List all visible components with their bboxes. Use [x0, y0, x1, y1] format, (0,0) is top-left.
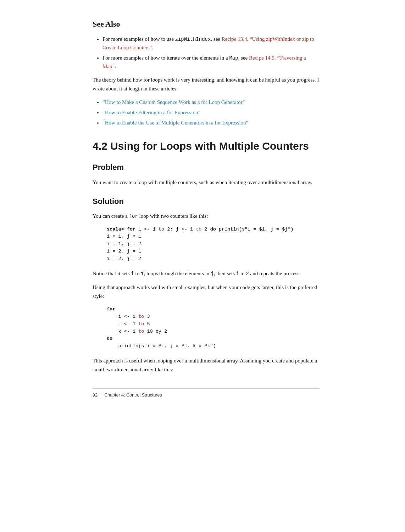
code-block-2: for i <- 1 to 3 j <- 1 to 5 k <- 1 to 10…: [107, 306, 320, 350]
inline-code-map: Map: [229, 55, 238, 61]
theory-paragraph: The theory behind how for loops work is …: [93, 76, 320, 93]
array-text-paragraph: This approach is useful when looping ove…: [93, 356, 320, 374]
solution-intro: You can create a for loop with two count…: [93, 212, 320, 221]
article-link-1[interactable]: “How to Make a Custom Sequence Work as a…: [102, 99, 245, 105]
inline-code-j: j: [211, 271, 213, 277]
inline-code-1-1: 1: [141, 271, 144, 277]
inline-code-zipwithindex: zipWithIndex: [175, 37, 211, 42]
footer-page-number: 92: [93, 392, 98, 399]
problem-text: You want to create a loop with multiple …: [93, 178, 320, 187]
scala-prompt: scala>: [107, 227, 124, 232]
problem-heading: Problem: [93, 161, 320, 173]
article-link-3[interactable]: “How to Enable the Use of Multiple Gener…: [102, 120, 248, 126]
bullet-text-1-prefix: For more examples of how to use zipWithI…: [102, 36, 222, 42]
chapter-number: 4.2: [93, 140, 107, 152]
bullet-text-1-suffix: .: [152, 45, 153, 50]
footer-chapter-label: Chapter 4: Control Structures: [104, 392, 162, 399]
chapter-heading: 4.2 Using for Loops with Multiple Counte…: [93, 140, 320, 153]
bullet-text-2-suffix: .: [115, 63, 116, 69]
code-do-kw-2: do: [107, 336, 112, 341]
inline-code-i-1: i: [131, 271, 134, 277]
code-do-kw: do: [210, 227, 216, 232]
article-links-list: “How to Make a Custom Sequence Work as a…: [102, 98, 320, 127]
bullet-text-2-prefix: For more examples of how to iterate over…: [102, 55, 249, 61]
inline-code-for-1: for: [129, 214, 138, 219]
inline-code-i-2: i: [236, 271, 239, 277]
code-to-1: to: [159, 227, 164, 232]
code-for-kw: for: [127, 227, 135, 232]
see-also-list: For more examples of how to use zipWithI…: [102, 35, 320, 71]
footer: 92 | Chapter 4: Control Structures: [93, 388, 320, 399]
code-block-1: scala> for i <- 1 to 2; j <- 1 to 2 do p…: [107, 226, 320, 263]
see-also-heading: See Also: [93, 18, 320, 30]
list-item: For more examples of how to use zipWithI…: [102, 35, 320, 52]
code-to-4: to: [138, 321, 144, 327]
code-to-3: to: [138, 314, 144, 319]
list-item: “How to Enable Filtering in a for Expres…: [102, 109, 320, 117]
footer-separator: |: [100, 392, 101, 399]
larger-intro-paragraph: Using that approach works well with smal…: [93, 283, 320, 301]
list-item: “How to Make a Custom Sequence Work as a…: [102, 98, 320, 106]
inline-code-2: 2: [246, 271, 249, 277]
list-item: “How to Enable the Use of Multiple Gener…: [102, 119, 320, 127]
page-content: See Also For more examples of how to use…: [64, 0, 341, 413]
chapter-title: Using for Loops with Multiple Counters: [110, 140, 309, 152]
code-to-2: to: [196, 227, 201, 232]
list-item: For more examples of how to iterate over…: [102, 54, 320, 71]
code-for-kw-2: for: [107, 306, 115, 312]
solution-heading: Solution: [93, 195, 320, 207]
notice-paragraph: Notice that it sets i to 1, loops throug…: [93, 269, 320, 278]
article-link-2[interactable]: “How to Enable Filtering in a for Expres…: [102, 110, 200, 115]
code-to-5: to: [138, 329, 144, 334]
